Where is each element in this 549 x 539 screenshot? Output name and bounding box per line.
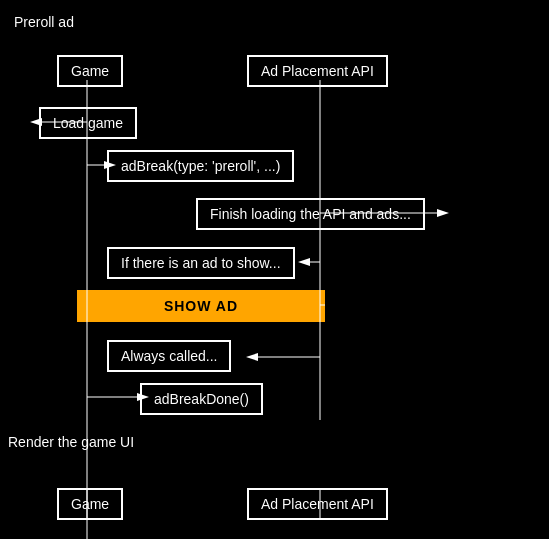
always-called-box: Always called... bbox=[107, 340, 231, 372]
adbreakdone-box: adBreakDone() bbox=[140, 383, 263, 415]
svg-marker-9 bbox=[298, 258, 310, 266]
game-box-2: Game bbox=[57, 488, 123, 520]
finish-loading-box: Finish loading the API and ads... bbox=[196, 198, 425, 230]
render-game-label: Render the game UI bbox=[8, 434, 134, 450]
adbreak-box: adBreak(type: 'preroll', ...) bbox=[107, 150, 294, 182]
if-ad-box: If there is an ad to show... bbox=[107, 247, 295, 279]
ad-placement-api-box-2: Ad Placement API bbox=[247, 488, 388, 520]
preroll-label: Preroll ad bbox=[14, 14, 74, 30]
ad-placement-api-box-1: Ad Placement API bbox=[247, 55, 388, 87]
svg-marker-7 bbox=[437, 209, 449, 217]
load-game-box: Load game bbox=[39, 107, 137, 139]
show-ad-box: SHOW AD bbox=[77, 290, 325, 322]
svg-marker-12 bbox=[246, 353, 258, 361]
game-box-1: Game bbox=[57, 55, 123, 87]
